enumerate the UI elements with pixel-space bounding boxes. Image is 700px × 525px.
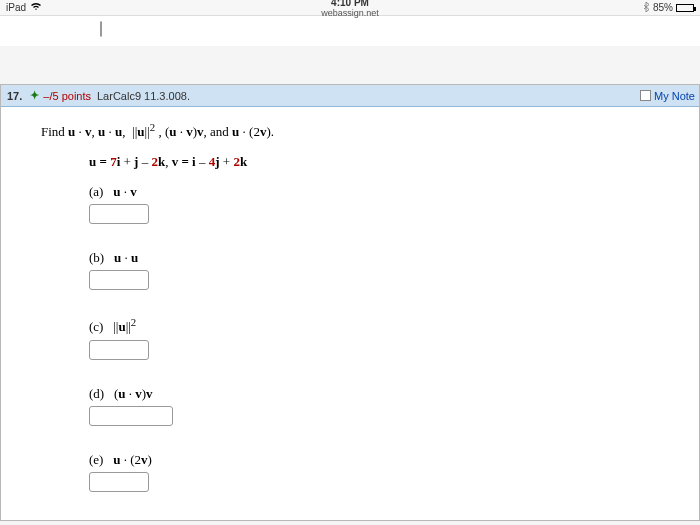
status-left: iPad (6, 2, 42, 13)
answer-input-b[interactable] (89, 270, 149, 290)
device-label: iPad (6, 2, 26, 13)
part-d: (d) (u · v)v (89, 386, 659, 430)
status-right: 85% (643, 2, 694, 14)
question-body: Find u · v, u · u, ||u||2 , (u · v)v, an… (1, 107, 699, 520)
part-a-label: (a) u · v (89, 184, 659, 200)
answer-input-a[interactable] (89, 204, 149, 224)
instruction: Find u · v, u · u, ||u||2 , (u · v)v, an… (41, 121, 659, 140)
status-center: 4:10 PM webassign.net (321, 0, 379, 18)
question-17: 17. ✦ –/5 points LarCalc9 11.3.008. My N… (0, 84, 700, 521)
points-label: –/5 points (43, 90, 91, 102)
question-number: 17. (7, 90, 22, 102)
notes-checkbox-icon (640, 90, 651, 101)
expand-icon[interactable]: ✦ (30, 89, 39, 102)
vector-definitions: u = 7i + j – 2k, v = i – 4j + 2k (89, 154, 659, 170)
my-notes-label: My Note (654, 90, 695, 102)
status-bar: iPad 4:10 PM webassign.net 85% (0, 0, 700, 16)
url-label: webassign.net (321, 8, 379, 18)
answer-input-stub[interactable] (100, 21, 102, 37)
answer-input-e[interactable] (89, 472, 149, 492)
my-notes-link[interactable]: My Note (640, 90, 695, 102)
part-e-label: (e) u · (2v) (89, 452, 659, 468)
part-e: (e) u · (2v) (89, 452, 659, 496)
part-c-label: (c) ||u||2 (89, 316, 659, 335)
battery-pct: 85% (653, 2, 673, 13)
bluetooth-icon (643, 2, 650, 14)
question-header: 17. ✦ –/5 points LarCalc9 11.3.008. My N… (1, 85, 699, 107)
part-b-label: (b) u · u (89, 250, 659, 266)
battery-icon (676, 4, 694, 12)
wifi-icon (30, 2, 42, 13)
part-c: (c) ||u||2 (89, 316, 659, 363)
part-b: (b) u · u (89, 250, 659, 294)
clock: 4:10 PM (321, 0, 379, 8)
answer-input-c[interactable] (89, 340, 149, 360)
prev-question-fragment (0, 16, 700, 46)
answer-input-d[interactable] (89, 406, 173, 426)
question-source: LarCalc9 11.3.008. (97, 90, 190, 102)
part-d-label: (d) (u · v)v (89, 386, 659, 402)
part-a: (a) u · v (89, 184, 659, 228)
